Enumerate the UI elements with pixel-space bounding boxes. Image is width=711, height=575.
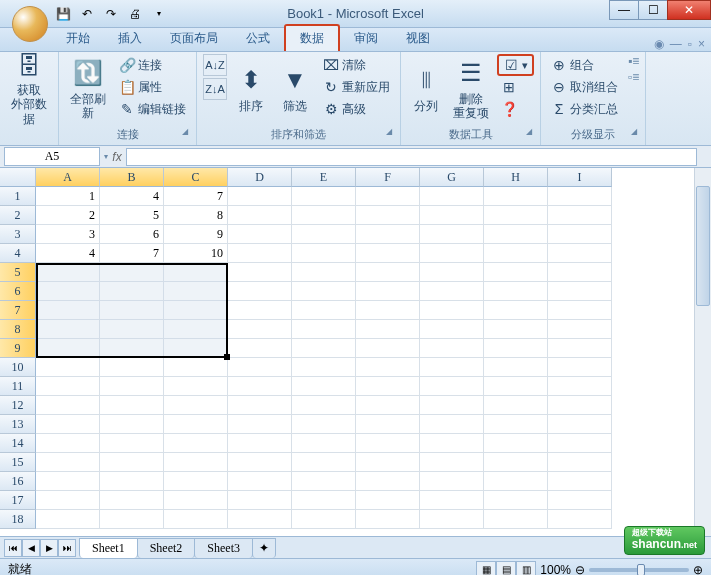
cell-G17[interactable] xyxy=(420,491,484,510)
cell-E9[interactable] xyxy=(292,339,356,358)
cell-I15[interactable] xyxy=(548,453,612,472)
sort-button[interactable]: ⬍ 排序 xyxy=(231,54,271,124)
cell-E4[interactable] xyxy=(292,244,356,263)
col-header-H[interactable]: H xyxy=(484,168,548,187)
row-header-8[interactable]: 8 xyxy=(0,320,36,339)
cell-B4[interactable]: 7 xyxy=(100,244,164,263)
cell-B9[interactable] xyxy=(100,339,164,358)
cell-A6[interactable] xyxy=(36,282,100,301)
cell-D2[interactable] xyxy=(228,206,292,225)
cell-I16[interactable] xyxy=(548,472,612,491)
cell-I18[interactable] xyxy=(548,510,612,529)
sheet-tab-2[interactable]: Sheet2 xyxy=(137,538,196,558)
cell-D3[interactable] xyxy=(228,225,292,244)
cell-I13[interactable] xyxy=(548,415,612,434)
tab-data[interactable]: 数据 xyxy=(284,24,340,51)
cell-F18[interactable] xyxy=(356,510,420,529)
zoom-out-button[interactable]: ⊖ xyxy=(575,563,585,576)
cell-I1[interactable] xyxy=(548,187,612,206)
cell-G14[interactable] xyxy=(420,434,484,453)
ungroup-button[interactable]: ⊖取消组合 xyxy=(547,76,622,98)
cell-I14[interactable] xyxy=(548,434,612,453)
cell-E18[interactable] xyxy=(292,510,356,529)
subtotal-button[interactable]: Σ分类汇总 xyxy=(547,98,622,120)
cell-E17[interactable] xyxy=(292,491,356,510)
cell-H10[interactable] xyxy=(484,358,548,377)
cell-H9[interactable] xyxy=(484,339,548,358)
cell-E6[interactable] xyxy=(292,282,356,301)
tab-formulas[interactable]: 公式 xyxy=(232,26,284,51)
cell-D5[interactable] xyxy=(228,263,292,282)
cell-F16[interactable] xyxy=(356,472,420,491)
cell-C10[interactable] xyxy=(164,358,228,377)
cell-H12[interactable] xyxy=(484,396,548,415)
cell-G2[interactable] xyxy=(420,206,484,225)
cell-B1[interactable]: 4 xyxy=(100,187,164,206)
row-header-9[interactable]: 9 xyxy=(0,339,36,358)
first-sheet-button[interactable]: ⏮ xyxy=(4,539,22,557)
cell-F9[interactable] xyxy=(356,339,420,358)
cell-A13[interactable] xyxy=(36,415,100,434)
row-header-3[interactable]: 3 xyxy=(0,225,36,244)
cell-D16[interactable] xyxy=(228,472,292,491)
cell-F7[interactable] xyxy=(356,301,420,320)
cell-A18[interactable] xyxy=(36,510,100,529)
whatif-button[interactable]: ❓ xyxy=(497,98,534,120)
consolidate-button[interactable]: ⊞ xyxy=(497,76,534,98)
cell-F3[interactable] xyxy=(356,225,420,244)
cell-H2[interactable] xyxy=(484,206,548,225)
cell-I6[interactable] xyxy=(548,282,612,301)
data-validation-button[interactable]: ☑▾ xyxy=(497,54,534,76)
cell-E12[interactable] xyxy=(292,396,356,415)
cell-H18[interactable] xyxy=(484,510,548,529)
cell-C5[interactable] xyxy=(164,263,228,282)
col-header-F[interactable]: F xyxy=(356,168,420,187)
row-header-14[interactable]: 14 xyxy=(0,434,36,453)
zoom-slider[interactable] xyxy=(589,568,689,572)
cell-B2[interactable]: 5 xyxy=(100,206,164,225)
cell-C16[interactable] xyxy=(164,472,228,491)
row-header-11[interactable]: 11 xyxy=(0,377,36,396)
cell-B11[interactable] xyxy=(100,377,164,396)
properties-button[interactable]: 📋属性 xyxy=(115,76,190,98)
cell-I8[interactable] xyxy=(548,320,612,339)
cell-H6[interactable] xyxy=(484,282,548,301)
group-button[interactable]: ⊕组合 xyxy=(547,54,622,76)
cell-E1[interactable] xyxy=(292,187,356,206)
cell-G1[interactable] xyxy=(420,187,484,206)
cell-C18[interactable] xyxy=(164,510,228,529)
cell-E16[interactable] xyxy=(292,472,356,491)
show-detail-icon[interactable]: ▪≡ xyxy=(628,54,639,68)
cell-H7[interactable] xyxy=(484,301,548,320)
undo-icon[interactable]: ↶ xyxy=(76,3,98,25)
cell-G11[interactable] xyxy=(420,377,484,396)
row-header-10[interactable]: 10 xyxy=(0,358,36,377)
cell-A8[interactable] xyxy=(36,320,100,339)
filter-button[interactable]: ▼ 筛选 xyxy=(275,54,315,124)
zoom-level[interactable]: 100% xyxy=(540,563,571,576)
cell-I5[interactable] xyxy=(548,263,612,282)
col-header-E[interactable]: E xyxy=(292,168,356,187)
cell-D11[interactable] xyxy=(228,377,292,396)
close-button[interactable]: ✕ xyxy=(667,0,711,20)
fx-icon[interactable]: fx xyxy=(108,150,126,164)
hide-detail-icon[interactable]: ▫≡ xyxy=(628,70,639,84)
cell-C2[interactable]: 8 xyxy=(164,206,228,225)
cell-A4[interactable]: 4 xyxy=(36,244,100,263)
cell-A9[interactable] xyxy=(36,339,100,358)
col-header-G[interactable]: G xyxy=(420,168,484,187)
cell-A16[interactable] xyxy=(36,472,100,491)
cell-B5[interactable] xyxy=(100,263,164,282)
cell-I4[interactable] xyxy=(548,244,612,263)
reapply-button[interactable]: ↻重新应用 xyxy=(319,76,394,98)
cell-C1[interactable]: 7 xyxy=(164,187,228,206)
connections-button[interactable]: 🔗连接 xyxy=(115,54,190,76)
cell-C15[interactable] xyxy=(164,453,228,472)
cell-D14[interactable] xyxy=(228,434,292,453)
cell-B17[interactable] xyxy=(100,491,164,510)
row-header-17[interactable]: 17 xyxy=(0,491,36,510)
row-header-2[interactable]: 2 xyxy=(0,206,36,225)
cell-B10[interactable] xyxy=(100,358,164,377)
cell-G9[interactable] xyxy=(420,339,484,358)
row-header-16[interactable]: 16 xyxy=(0,472,36,491)
